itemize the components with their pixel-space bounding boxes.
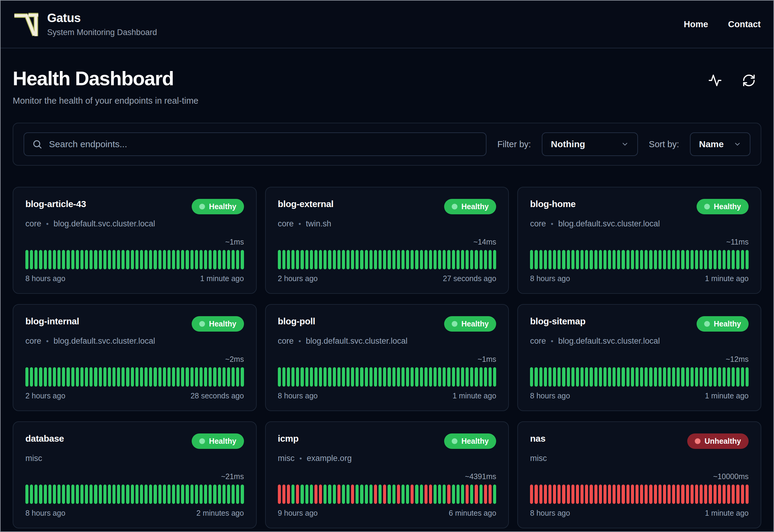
endpoint-card[interactable]: blog-external Healthy core • twin.sh ~14…: [265, 187, 509, 294]
time-range: 8 hours ago 2 minutes ago: [25, 509, 244, 517]
uptime-bar-success: [470, 485, 473, 504]
nav-link-contact[interactable]: Contact: [728, 19, 761, 29]
uptime-bar-success: [135, 367, 138, 387]
uptime-bar-success: [140, 250, 143, 269]
uptime-bar-success: [213, 250, 216, 269]
time-to: 1 minute ago: [705, 274, 749, 283]
time-to: 1 minute ago: [705, 509, 749, 517]
uptime-bar-success: [402, 485, 405, 504]
endpoint-card[interactable]: database Healthy misc ~21ms 8 hours ago …: [13, 421, 257, 528]
uptime-bar-success: [163, 367, 166, 387]
search-input[interactable]: [49, 139, 478, 149]
uptime-bar-success: [158, 485, 161, 504]
uptime-bar-failure: [337, 485, 340, 504]
uptime-bar-success: [39, 485, 42, 504]
endpoint-card[interactable]: blog-internal Healthy core • blog.defaul…: [13, 304, 257, 411]
uptime-bar-success: [227, 485, 230, 504]
status-label: Healthy: [714, 320, 741, 328]
status-badge: Healthy: [444, 433, 496, 449]
uptime-bar-success: [388, 485, 391, 504]
uptime-bar-success: [452, 250, 455, 269]
chevron-down-icon: [621, 140, 629, 148]
uptime-bar-success: [374, 367, 377, 387]
endpoint-host: blog.default.svc.cluster.local: [54, 336, 155, 346]
uptime-bar-success: [158, 250, 161, 269]
nav-link-home[interactable]: Home: [684, 19, 708, 29]
search-box[interactable]: [24, 132, 486, 156]
uptime-bar-success: [44, 250, 47, 269]
status-label: Unhealthy: [704, 437, 741, 446]
uptime-bar-success: [190, 485, 193, 504]
uptime-bar-success: [709, 250, 712, 269]
uptime-bar-success: [709, 367, 712, 387]
sort-select[interactable]: Name: [690, 132, 750, 156]
uptime-bar-success: [484, 367, 487, 387]
endpoint-card[interactable]: blog-article-43 Healthy core • blog.defa…: [13, 187, 257, 294]
uptime-bar-success: [484, 250, 487, 269]
uptime-bar-success: [76, 367, 79, 387]
endpoint-card[interactable]: nas Unhealthy misc ~10000ms 8 hours ago …: [517, 421, 761, 528]
endpoint-card[interactable]: blog-home Healthy core • blog.default.sv…: [517, 187, 761, 294]
uptime-bar-success: [227, 250, 230, 269]
uptime-bar-success: [209, 367, 212, 387]
uptime-bar-success: [67, 250, 70, 269]
uptime-bar-success: [223, 250, 226, 269]
uptime-bar-success: [85, 485, 88, 504]
uptime-bar-success: [438, 250, 441, 269]
card-header: blog-article-43 Healthy: [25, 199, 244, 214]
uptime-bar-success: [158, 367, 161, 387]
uptime-bar-success: [392, 250, 395, 269]
uptime-bar-success: [672, 367, 675, 387]
filter-select[interactable]: Nothing: [542, 132, 638, 156]
endpoint-card[interactable]: blog-sitemap Healthy core • blog.default…: [517, 304, 761, 411]
uptime-bar-success: [319, 367, 322, 387]
uptime-bar-success: [241, 367, 244, 387]
uptime-bar-success: [640, 250, 643, 269]
uptime-bar-success: [209, 485, 212, 504]
endpoint-meta: misc: [25, 454, 244, 463]
uptime-bar-success: [223, 367, 226, 387]
uptime-bar-success: [131, 485, 134, 504]
uptime-bar-failure: [319, 485, 322, 504]
uptime-bar-success: [34, 485, 37, 504]
status-badge: Healthy: [444, 199, 496, 214]
uptime-bar-success: [571, 367, 574, 387]
refresh-icon[interactable]: [742, 73, 756, 87]
uptime-bar-failure: [374, 485, 377, 504]
uptime-bar-failure: [562, 485, 565, 504]
uptime-bar-success: [406, 367, 409, 387]
uptime-bar-success: [424, 367, 428, 387]
uptime-bar-success: [576, 250, 579, 269]
uptime-bar-success: [443, 485, 446, 504]
endpoint-name: blog-article-43: [25, 199, 86, 209]
uptime-bar-success: [608, 250, 611, 269]
uptime-bar-success: [567, 367, 570, 387]
uptime-bar-success: [727, 250, 730, 269]
status-dot-icon: [452, 438, 457, 444]
card-header: database Healthy: [25, 433, 244, 449]
uptime-bar-success: [590, 250, 593, 269]
status-badge: Healthy: [444, 316, 496, 332]
activity-icon[interactable]: [708, 73, 722, 87]
uptime-bar-success: [140, 485, 143, 504]
uptime-bar-failure: [654, 485, 657, 504]
uptime-bar-success: [310, 367, 313, 387]
uptime-bar-success: [746, 367, 749, 387]
uptime-bar-success: [397, 250, 400, 269]
status-badge: Healthy: [697, 316, 749, 332]
uptime-bar-failure: [691, 485, 694, 504]
uptime-bar-success: [154, 485, 157, 504]
uptime-bar-success: [723, 250, 726, 269]
endpoint-card[interactable]: blog-poll Healthy core • blog.default.sv…: [265, 304, 509, 411]
status-dot-icon: [452, 321, 457, 327]
uptime-bar-success: [567, 250, 570, 269]
uptime-bar-success: [562, 250, 565, 269]
latency-value: ~21ms: [25, 472, 244, 481]
meta-separator-dot: •: [298, 220, 301, 228]
uptime-bar-success: [126, 367, 129, 387]
uptime-bar-success: [379, 367, 382, 387]
uptime-bar-success: [544, 367, 547, 387]
endpoint-card[interactable]: icmp Healthy misc • example.org ~4391ms …: [265, 421, 509, 528]
uptime-bar-success: [443, 367, 446, 387]
endpoint-host: blog.default.svc.cluster.local: [558, 336, 660, 346]
